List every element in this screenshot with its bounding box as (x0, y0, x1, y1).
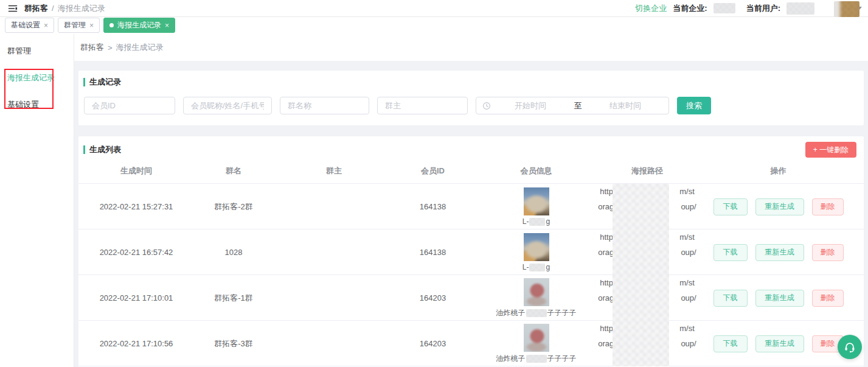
tab-label: 群管理 (64, 20, 86, 30)
list-header: 生成列表 + 一键删除 (78, 142, 864, 158)
search-section-title: 生成记录 (83, 77, 859, 88)
tab-basic-settings[interactable]: 基础设置 × (5, 18, 54, 33)
tab-label: 海报生成记录 (117, 20, 161, 30)
regenerate-button[interactable]: 重新生成 (755, 290, 804, 307)
cell-actions: 下载 重新生成 删除 (693, 244, 864, 261)
current-user-label: 当前用户: (746, 3, 780, 14)
topbar-breadcrumb: 群拓客 / 海报生成记录 (24, 3, 105, 14)
cell-time: 2022-02-21 16:57:42 (78, 248, 194, 257)
current-company-label: 当前企业: (673, 3, 707, 14)
cell-group-name: 群拓客-3群 (194, 338, 273, 349)
sidebar-fold-icon[interactable] (6, 2, 19, 15)
table-header-row: 生成时间 群名 群主 会员ID 会员信息 海报路径 操作 (78, 159, 864, 184)
date-range-separator: 至 (570, 100, 586, 111)
date-start-placeholder[interactable]: 开始时间 (493, 100, 568, 111)
tab-close-icon[interactable]: × (89, 21, 94, 30)
tab-poster-records[interactable]: 海报生成记录 × (103, 18, 175, 33)
poster-path-redaction-strip (613, 184, 669, 366)
search-button[interactable]: 搜索 (677, 97, 711, 114)
delete-button[interactable]: 删除 (812, 198, 844, 215)
tab-group-management[interactable]: 群管理 × (58, 18, 100, 33)
section-title-text: 生成列表 (89, 144, 121, 155)
cell-member-info: 油炸桃子子子子子 (471, 278, 602, 318)
url-fragment: m/st (679, 275, 695, 290)
bulk-delete-button[interactable]: + 一键删除 (805, 142, 856, 158)
member-avatar (524, 187, 549, 215)
date-range-picker[interactable]: 开始时间 至 结束时间 (476, 97, 669, 114)
table-row: 2022-02-21 15:27:31 群拓客-2群 164138 L-g ht… (78, 184, 864, 229)
member-name-right: 子子子子 (547, 354, 577, 364)
cell-member-info: L-g (471, 187, 602, 226)
column-header-group: 群名 (194, 166, 273, 177)
sidebar-item-group-management[interactable]: 群管理 (0, 38, 74, 65)
customer-service-button[interactable] (838, 335, 862, 359)
column-header-time: 生成时间 (78, 166, 194, 177)
download-button[interactable]: 下载 (713, 335, 748, 352)
current-company-redacted (713, 3, 735, 13)
member-name: L-g (523, 217, 550, 226)
tab-close-icon[interactable]: × (44, 21, 48, 30)
member-name-left: 油炸桃子 (496, 308, 526, 318)
sidebar-menu: 群管理 海报生成记录 基础设置 (0, 34, 74, 367)
tab-close-icon[interactable]: × (165, 21, 169, 30)
top-navbar: 群拓客 / 海报生成记录 切换企业 当前企业: 当前用户: (0, 0, 868, 17)
url-fragment: m/st (679, 229, 695, 245)
list-card: 生成列表 + 一键删除 生成时间 群名 群主 会员ID 会员信息 海报路径 操作… (78, 136, 864, 367)
cell-actions: 下载 重新生成 删除 (693, 290, 864, 307)
column-header-owner: 群主 (273, 166, 395, 177)
delete-button[interactable]: 删除 (812, 290, 844, 307)
date-end-placeholder[interactable]: 结束时间 (588, 100, 662, 111)
main-area: 群拓客 > 海报生成记录 生成记录 开始时间 至 结束时间 搜 (74, 34, 868, 367)
member-avatar (524, 233, 549, 261)
breadcrumb-current: 海报生成记录 (116, 42, 164, 53)
download-button[interactable]: 下载 (713, 198, 748, 215)
headset-icon (843, 340, 856, 354)
member-avatar (524, 278, 549, 306)
topbar-app-name: 群拓客 (24, 3, 48, 14)
member-id-input[interactable] (84, 97, 175, 114)
member-name-left: 油炸桃子 (496, 354, 526, 364)
breadcrumb: 群拓客 > 海报生成记录 (74, 34, 868, 61)
section-title-accent-bar (83, 145, 85, 154)
delete-button[interactable]: 删除 (812, 244, 844, 261)
content-layout: 群管理 海报生成记录 基础设置 群拓客 > 海报生成记录 生成记录 开始时间 (0, 34, 868, 367)
filters-row: 开始时间 至 结束时间 搜索 (83, 97, 859, 114)
cell-time: 2022-02-21 17:10:01 (78, 293, 194, 302)
sidebar-item-poster-records[interactable]: 海报生成记录 (0, 65, 74, 91)
cell-member-id: 164203 (395, 339, 471, 348)
topbar-breadcrumb-separator: / (52, 4, 54, 13)
list-section-title: 生成列表 (83, 144, 121, 155)
regenerate-button[interactable]: 重新生成 (755, 198, 804, 215)
download-button[interactable]: 下载 (713, 244, 748, 261)
topbar-right: 切换企业 当前企业: 当前用户: (635, 2, 862, 15)
cell-member-info: L-g (471, 233, 602, 271)
url-fragment: m/st (679, 184, 695, 199)
member-name-input[interactable] (183, 97, 272, 114)
table-row: 2022-02-21 17:10:01 群拓客-1群 164203 油炸桃子子子… (78, 275, 864, 321)
regenerate-button[interactable]: 重新生成 (755, 244, 804, 261)
cell-member-id: 164203 (395, 293, 471, 302)
member-name-right: 子子子子 (547, 308, 577, 318)
sidebar-item-basic-settings[interactable]: 基础设置 (0, 91, 74, 118)
member-name-redacted (529, 218, 545, 226)
table-row: 2022-02-21 16:57:42 1028 164138 L-g http… (78, 229, 864, 275)
table-row: 2022-02-21 17:10:56 群拓客-3群 164203 油炸桃子子子… (78, 321, 864, 366)
group-owner-input[interactable] (377, 97, 468, 114)
member-name-redacted (526, 355, 547, 363)
member-name-right: g (546, 217, 550, 226)
clock-icon (482, 102, 491, 110)
tabs-bar: 基础设置 × 群管理 × 海报生成记录 × (0, 17, 868, 34)
section-title-accent-bar (83, 78, 85, 86)
topbar-page-name: 海报生成记录 (58, 3, 105, 14)
member-name: L-g (523, 263, 550, 271)
regenerate-button[interactable]: 重新生成 (755, 335, 804, 352)
breadcrumb-parent[interactable]: 群拓客 (80, 42, 104, 53)
switch-company-link[interactable]: 切换企业 (635, 3, 667, 14)
cell-time: 2022-02-21 17:10:56 (78, 339, 194, 348)
table-body: 2022-02-21 15:27:31 群拓客-2群 164138 L-g ht… (78, 184, 864, 366)
download-button[interactable]: 下载 (713, 290, 748, 307)
column-header-member-info: 会员信息 (471, 166, 602, 177)
url-fragment: m/st (679, 321, 695, 336)
group-name-input[interactable] (280, 97, 369, 114)
member-name-left: L- (523, 263, 529, 271)
